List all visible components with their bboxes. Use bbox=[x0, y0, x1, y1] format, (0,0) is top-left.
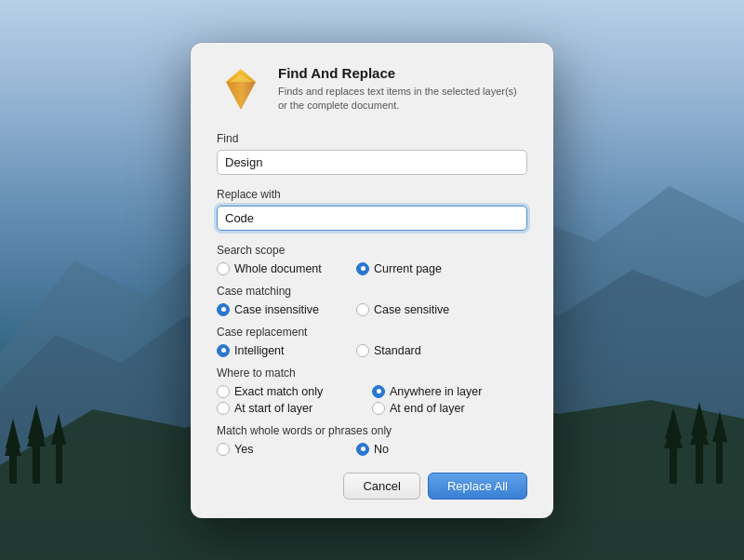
search-scope-label: Search scope bbox=[217, 244, 527, 257]
where-to-match-section: Where to match Exact match only Anywhere… bbox=[217, 367, 527, 415]
anywhere-radio[interactable] bbox=[372, 385, 385, 398]
start-of-layer-radio[interactable] bbox=[217, 402, 230, 415]
replace-input[interactable] bbox=[217, 206, 527, 231]
whole-doc-radio[interactable] bbox=[217, 262, 230, 275]
whole-doc-option[interactable]: Whole document bbox=[217, 262, 338, 275]
match-words-label: Match whole words or phrases only bbox=[217, 424, 527, 437]
case-matching-label: Case matching bbox=[217, 285, 527, 298]
end-of-layer-radio[interactable] bbox=[372, 402, 385, 415]
current-page-radio[interactable] bbox=[356, 262, 369, 275]
intelligent-radio[interactable] bbox=[217, 344, 230, 357]
case-insensitive-radio[interactable] bbox=[217, 303, 230, 316]
yes-label: Yes bbox=[234, 443, 253, 456]
case-replacement-label: Case replacement bbox=[217, 326, 527, 339]
where-to-match-label: Where to match bbox=[217, 367, 527, 380]
current-page-option[interactable]: Current page bbox=[356, 262, 477, 275]
yes-option[interactable]: Yes bbox=[217, 443, 338, 456]
dialog-subtitle: Finds and replaces text items in the sel… bbox=[278, 85, 527, 113]
case-matching-options: Case insensitive Case sensitive bbox=[217, 303, 527, 316]
case-insensitive-label: Case insensitive bbox=[234, 303, 319, 316]
replace-all-button[interactable]: Replace All bbox=[428, 473, 527, 500]
search-scope-options: Whole document Current page bbox=[217, 262, 527, 275]
match-words-section: Match whole words or phrases only Yes No bbox=[217, 424, 527, 456]
cancel-button[interactable]: Cancel bbox=[343, 473, 419, 500]
match-words-options: Yes No bbox=[217, 443, 527, 456]
no-radio[interactable] bbox=[356, 443, 369, 456]
whole-doc-label: Whole document bbox=[234, 262, 322, 275]
current-page-label: Current page bbox=[374, 262, 442, 275]
standard-radio[interactable] bbox=[356, 344, 369, 357]
no-option[interactable]: No bbox=[356, 443, 477, 456]
svg-marker-20 bbox=[226, 82, 241, 110]
intelligent-option[interactable]: Intelligent bbox=[217, 344, 338, 357]
dialog-title-block: Find And Replace Finds and replaces text… bbox=[278, 65, 527, 113]
sketch-app-icon bbox=[217, 65, 265, 113]
find-section: Find bbox=[217, 132, 527, 175]
start-of-layer-option[interactable]: At start of layer bbox=[217, 402, 372, 415]
end-of-layer-label: At end of layer bbox=[390, 402, 465, 415]
replace-label: Replace with bbox=[217, 188, 527, 201]
case-replacement-section: Case replacement Intelligent Standard bbox=[217, 326, 527, 357]
standard-label: Standard bbox=[374, 344, 421, 357]
anywhere-option[interactable]: Anywhere in layer bbox=[372, 385, 527, 398]
dialog-buttons: Cancel Replace All bbox=[217, 473, 527, 500]
intelligent-label: Intelligent bbox=[234, 344, 285, 357]
start-of-layer-label: At start of layer bbox=[234, 402, 312, 415]
dialog-header: Find And Replace Finds and replaces text… bbox=[217, 65, 527, 113]
case-replacement-options: Intelligent Standard bbox=[217, 344, 527, 357]
find-input[interactable] bbox=[217, 150, 527, 175]
find-replace-dialog: Find And Replace Finds and replaces text… bbox=[191, 43, 553, 518]
find-label: Find bbox=[217, 132, 527, 145]
end-of-layer-option[interactable]: At end of layer bbox=[372, 402, 527, 415]
case-sensitive-label: Case sensitive bbox=[374, 303, 449, 316]
case-sensitive-option[interactable]: Case sensitive bbox=[356, 303, 477, 316]
yes-radio[interactable] bbox=[217, 443, 230, 456]
svg-marker-21 bbox=[241, 82, 256, 110]
search-scope-section: Search scope Whole document Current page bbox=[217, 244, 527, 275]
dialog-title: Find And Replace bbox=[278, 65, 527, 81]
exact-match-radio[interactable] bbox=[217, 385, 230, 398]
svg-rect-17 bbox=[716, 439, 723, 484]
case-matching-section: Case matching Case insensitive Case sens… bbox=[217, 285, 527, 316]
exact-match-label: Exact match only bbox=[234, 385, 323, 398]
where-to-match-options: Exact match only Anywhere in layer At st… bbox=[217, 385, 527, 415]
case-sensitive-radio[interactable] bbox=[356, 303, 369, 316]
case-insensitive-option[interactable]: Case insensitive bbox=[217, 303, 338, 316]
standard-option[interactable]: Standard bbox=[356, 344, 477, 357]
anywhere-label: Anywhere in layer bbox=[390, 385, 482, 398]
no-label: No bbox=[374, 443, 389, 456]
svg-rect-9 bbox=[56, 442, 62, 484]
replace-section: Replace with bbox=[217, 188, 527, 231]
exact-match-option[interactable]: Exact match only bbox=[217, 385, 372, 398]
